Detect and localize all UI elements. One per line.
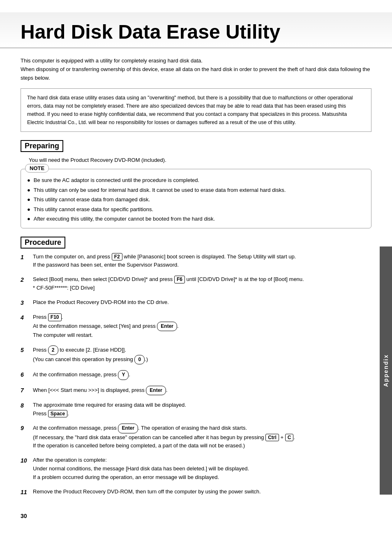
step-9-content: At the confirmation message, press Enter… [33, 424, 371, 450]
step-10-content: After the operation is complete: Under n… [33, 456, 371, 481]
warning-box: The hard disk data erase utility erases … [21, 88, 371, 132]
step-8-num: 8 [21, 401, 33, 410]
step-3-content: Place the Product Recovery DVD-ROM into … [33, 298, 371, 307]
key-ctrl: Ctrl [265, 434, 279, 442]
step-7-content: When [<<< Start menu >>>] is displayed, … [33, 386, 371, 395]
step-4: 4 Press F10. At the confirmation message… [21, 313, 371, 340]
key-enter-3: Enter [118, 424, 138, 433]
procedure-list: 1 Turn the computer on, and press F2 whi… [21, 253, 371, 497]
step-11: 11 Remove the Product Recovery DVD-ROM, … [21, 488, 371, 497]
step-10-num: 10 [21, 456, 33, 465]
step-2-num: 2 [21, 275, 33, 284]
step-10: 10 After the operation is complete: Unde… [21, 456, 371, 481]
key-c: C [285, 434, 294, 442]
note-label: NOTE [25, 164, 49, 173]
preparing-section: Preparing You will need the Product Reco… [21, 140, 371, 228]
step-3-num: 3 [21, 298, 33, 307]
step-7-num: 7 [21, 386, 33, 395]
step-4-content: Press F10. At the confirmation message, … [33, 313, 371, 340]
step-5-num: 5 [21, 345, 33, 355]
appendix-sidebar: Appendix [380, 246, 392, 495]
step-11-content: Remove the Product Recovery DVD-ROM, the… [33, 488, 371, 496]
note-item-2: This utility can only be used for intern… [27, 185, 365, 195]
step-11-num: 11 [21, 488, 33, 497]
key-0: 0 [134, 355, 145, 364]
note-item-4: This utility cannot erase data for speci… [27, 205, 365, 214]
note-list: Be sure the AC adaptor is connected unti… [27, 173, 365, 224]
step-1-num: 1 [21, 253, 33, 262]
key-space: Space [48, 410, 67, 418]
key-f10: F10 [48, 313, 62, 321]
step-6: 6 At the confirmation message, press Y. [21, 370, 371, 380]
step-9: 9 At the confirmation message, press Ent… [21, 424, 371, 450]
note-box: NOTE Be sure the AC adaptor is connected… [21, 169, 371, 228]
preparing-text: You will need the Product Recovery DVD-R… [29, 156, 371, 165]
step-2: 2 Select [Boot] menu, then select [CD/DV… [21, 275, 371, 292]
step-6-content: At the confirmation message, press Y. [33, 370, 371, 380]
key-f2: F2 [112, 253, 122, 261]
key-f6: F6 [174, 276, 185, 283]
note-item-3: This utility cannot erase data from dama… [27, 195, 365, 205]
key-2: 2 [48, 345, 58, 355]
step-3: 3 Place the Product Recovery DVD-ROM int… [21, 298, 371, 307]
key-enter-1: Enter [157, 322, 177, 331]
step-7: 7 When [<<< Start menu >>>] is displayed… [21, 386, 371, 395]
step-1-content: Turn the computer on, and press F2 while… [33, 253, 371, 270]
intro-line2: When disposing of or transferring owners… [21, 65, 371, 83]
preparing-heading: Preparing [21, 140, 63, 152]
key-y: Y [118, 370, 129, 380]
key-enter-2: Enter [146, 386, 166, 395]
note-item-1: Be sure the AC adaptor is connected unti… [27, 175, 365, 185]
step-4-num: 4 [21, 313, 33, 322]
step-9-num: 9 [21, 424, 33, 433]
procedure-section: Procedure 1 Turn the computer on, and pr… [21, 237, 371, 497]
procedure-heading: Procedure [21, 237, 65, 249]
step-1: 1 Turn the computer on, and press F2 whi… [21, 253, 371, 270]
step-8: 8 The approximate time required for eras… [21, 401, 371, 418]
page-number: 30 [21, 513, 27, 519]
page-title: Hard Disk Data Erase Utility [0, 12, 392, 48]
appendix-label: Appendix [383, 354, 389, 387]
warning-text: The hard disk data erase utility erases … [27, 95, 353, 125]
intro-text: This computer is equipped with a utility… [21, 57, 371, 82]
step-5-content: Press 2 to execute [2. [Erase HDD]]. (Yo… [33, 345, 371, 364]
step-5: 5 Press 2 to execute [2. [Erase HDD]]. (… [21, 345, 371, 364]
step-6-num: 6 [21, 370, 33, 379]
note-item-5: After executing this utility, the comput… [27, 214, 365, 224]
step-8-content: The approximate time required for erasin… [33, 401, 371, 418]
intro-line1: This computer is equipped with a utility… [21, 57, 371, 65]
step-2-content: Select [Boot] menu, then select [CD/DVD … [33, 275, 371, 292]
